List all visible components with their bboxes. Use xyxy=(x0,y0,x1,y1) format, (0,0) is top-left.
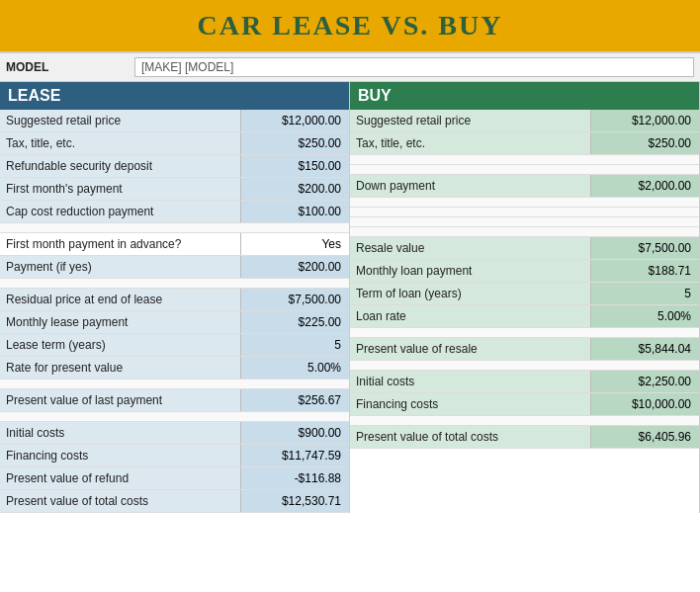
row-value[interactable]: 5.00% xyxy=(590,305,699,327)
buy-rows: Suggested retail price$12,000.00Tax, tit… xyxy=(350,110,699,449)
row-label: Present value of total costs xyxy=(350,428,590,446)
table-row: Term of loan (years)5 xyxy=(350,283,699,305)
row-value[interactable]: 5.00% xyxy=(240,357,349,379)
table-row: First month's payment$200.00 xyxy=(0,178,349,201)
row-label: Cap cost reduction payment xyxy=(0,203,240,220)
table-row: Cap cost reduction payment$100.00 xyxy=(0,201,349,223)
table-row: Present value of refund-$116.88 xyxy=(0,467,349,490)
row-label: Rate for present value xyxy=(0,359,240,377)
table-row xyxy=(350,208,699,217)
row-label: Suggested retail price xyxy=(350,112,590,129)
row-label: Residual price at end of lease xyxy=(0,291,240,308)
row-value[interactable]: $225.00 xyxy=(240,311,349,333)
table-row: Financing costs$10,000.00 xyxy=(350,393,699,416)
buy-header: BUY xyxy=(350,82,699,110)
row-label: Refundable security deposit xyxy=(0,157,240,175)
lease-section: LEASE Suggested retail price$12,000.00Ta… xyxy=(0,82,350,513)
row-label: Initial costs xyxy=(0,424,240,442)
row-label: Tax, title, etc. xyxy=(350,134,590,152)
table-row: Present value of total costs$6,405.96 xyxy=(350,426,699,449)
table-row xyxy=(350,328,699,338)
row-label: Resale value xyxy=(350,239,590,257)
table-row: Down payment$2,000.00 xyxy=(350,175,699,198)
lease-rows: Suggested retail price$12,000.00Tax, tit… xyxy=(0,110,349,513)
row-label: Tax, title, etc. xyxy=(0,134,240,152)
table-row xyxy=(0,279,349,289)
row-label: Down payment xyxy=(350,177,590,195)
row-label: Present value of resale xyxy=(350,340,590,358)
page-title: CAR LEASE VS. BUY xyxy=(198,10,503,41)
table-row xyxy=(0,380,349,389)
table-row: Monthly lease payment$225.00 xyxy=(0,311,349,334)
table-row xyxy=(350,165,699,175)
row-label: Term of loan (years) xyxy=(350,285,590,302)
table-row xyxy=(350,361,699,371)
row-label: Loan rate xyxy=(350,307,590,325)
model-label: MODEL xyxy=(6,60,134,74)
row-value[interactable]: $250.00 xyxy=(240,132,349,154)
row-value[interactable]: $900.00 xyxy=(240,422,349,444)
table-row: Present value of resale$5,844.04 xyxy=(350,338,699,361)
row-label: Financing costs xyxy=(350,395,590,413)
row-value[interactable]: -$116.88 xyxy=(240,467,349,489)
row-label: Present value of refund xyxy=(0,469,240,487)
table-row: Initial costs$2,250.00 xyxy=(350,371,699,393)
table-row: Suggested retail price$12,000.00 xyxy=(350,110,699,132)
row-value[interactable]: 5 xyxy=(590,283,699,304)
row-label: Present value of last payment xyxy=(0,391,240,409)
table-row: Lease term (years)5 xyxy=(0,334,349,357)
table-row: Payment (if yes)$200.00 xyxy=(0,256,349,279)
row-value[interactable]: $2,250.00 xyxy=(590,371,699,392)
row-label: Monthly loan payment xyxy=(350,262,590,280)
table-row: Financing costs$11,747.59 xyxy=(0,445,349,467)
table-row xyxy=(350,416,699,426)
row-value[interactable]: $256.67 xyxy=(240,389,349,411)
row-value[interactable]: $6,405.96 xyxy=(590,426,699,448)
table-row xyxy=(0,223,349,233)
model-value[interactable]: [MAKE] [MODEL] xyxy=(134,57,694,77)
row-value[interactable]: $188.71 xyxy=(590,260,699,282)
row-value[interactable]: $2,000.00 xyxy=(590,175,699,197)
lease-header: LEASE xyxy=(0,82,349,110)
table-row: Monthly loan payment$188.71 xyxy=(350,260,699,283)
table-row: Tax, title, etc.$250.00 xyxy=(350,132,699,155)
title-bar: CAR LEASE VS. BUY xyxy=(0,0,700,53)
table-row: Present value of last payment$256.67 xyxy=(0,389,349,412)
table-row: Tax, title, etc.$250.00 xyxy=(0,132,349,155)
table-row: Residual price at end of lease$7,500.00 xyxy=(0,289,349,311)
row-label: First month payment in advance? xyxy=(0,235,240,253)
table-row xyxy=(350,217,699,227)
row-value[interactable]: 5 xyxy=(240,334,349,356)
row-label: Lease term (years) xyxy=(0,336,240,354)
row-value[interactable]: $12,530.71 xyxy=(240,490,349,512)
table-row: Present value of total costs$12,530.71 xyxy=(0,490,349,513)
row-value[interactable]: $200.00 xyxy=(240,178,349,200)
row-label: Initial costs xyxy=(350,373,590,390)
table-row: Loan rate5.00% xyxy=(350,305,699,328)
table-row xyxy=(350,155,699,165)
row-value[interactable]: $250.00 xyxy=(590,132,699,154)
row-value[interactable]: $7,500.00 xyxy=(240,289,349,310)
table-row xyxy=(350,198,699,208)
row-value[interactable]: Yes xyxy=(240,233,349,255)
table-row xyxy=(350,227,699,237)
row-label: Payment (if yes) xyxy=(0,258,240,276)
table-row: Refundable security deposit$150.00 xyxy=(0,155,349,178)
row-value[interactable]: $12,000.00 xyxy=(590,110,699,131)
buy-section: BUY Suggested retail price$12,000.00Tax,… xyxy=(350,82,700,513)
row-value[interactable]: $12,000.00 xyxy=(240,110,349,131)
row-value[interactable]: $100.00 xyxy=(240,201,349,222)
model-row: MODEL [MAKE] [MODEL] xyxy=(0,53,700,82)
table-row: Initial costs$900.00 xyxy=(0,422,349,445)
row-value[interactable]: $10,000.00 xyxy=(590,393,699,415)
row-value[interactable]: $150.00 xyxy=(240,155,349,177)
row-value[interactable]: $7,500.00 xyxy=(590,237,699,259)
table-row: Suggested retail price$12,000.00 xyxy=(0,110,349,132)
row-value[interactable]: $11,747.59 xyxy=(240,445,349,466)
row-label: First month's payment xyxy=(0,180,240,198)
table-row: Rate for present value5.00% xyxy=(0,357,349,380)
table-row: Resale value$7,500.00 xyxy=(350,237,699,260)
row-value[interactable]: $200.00 xyxy=(240,256,349,278)
table-row: First month payment in advance?Yes xyxy=(0,233,349,256)
row-value[interactable]: $5,844.04 xyxy=(590,338,699,360)
